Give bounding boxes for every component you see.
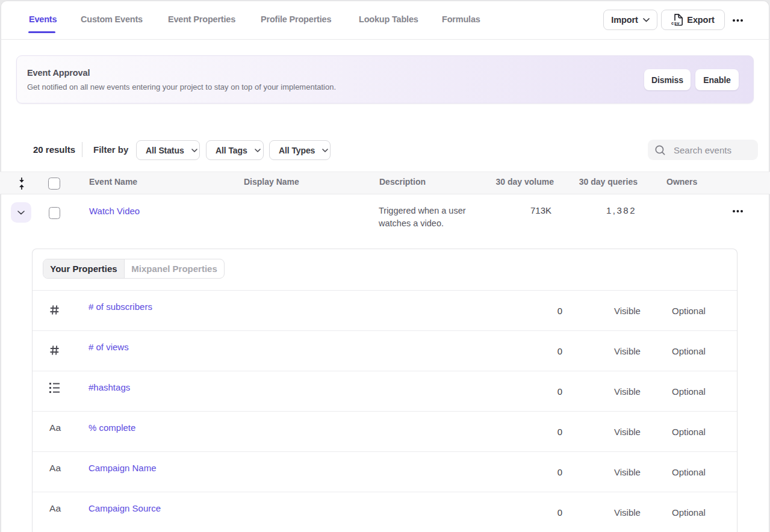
svg-text:csv: csv xyxy=(671,20,680,26)
